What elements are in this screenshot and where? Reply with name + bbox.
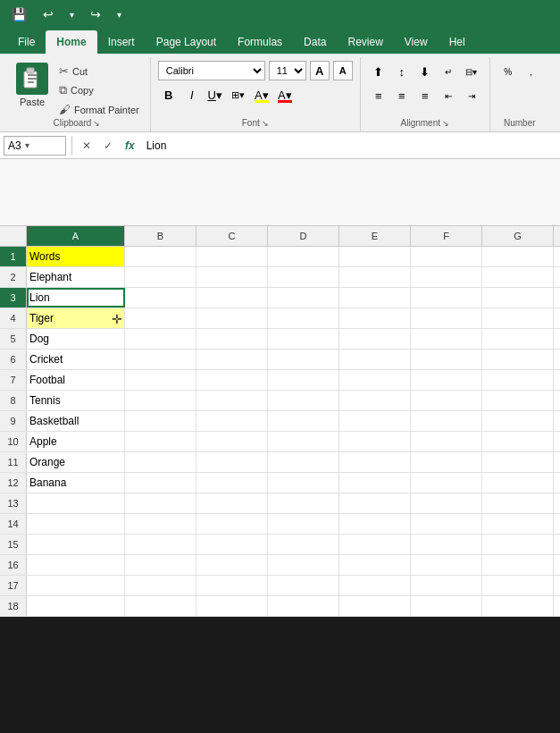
cell-g16[interactable] — [482, 555, 554, 575]
tab-review[interactable]: Review — [337, 30, 393, 54]
cell-g7[interactable] — [482, 370, 554, 390]
row-number-11[interactable]: 11 — [0, 452, 27, 472]
cell-b7[interactable] — [125, 370, 196, 390]
cell-f16[interactable] — [411, 555, 482, 575]
cell-e1[interactable] — [339, 247, 411, 266]
cell-d12[interactable] — [268, 473, 339, 493]
row-number-12[interactable]: 12 — [0, 473, 27, 493]
align-right-button[interactable]: ≡ — [414, 85, 436, 106]
cell-f2[interactable] — [411, 267, 482, 287]
row-number-6[interactable]: 6 — [0, 350, 27, 369]
cell-c14[interactable] — [196, 514, 268, 534]
cell-e3[interactable] — [339, 288, 411, 308]
font-color-button[interactable]: A▾ — [274, 84, 296, 105]
cell-c16[interactable] — [196, 555, 268, 575]
cell-f11[interactable] — [411, 452, 482, 472]
copy-button[interactable]: ⧉ Copy — [55, 81, 143, 99]
row-number-1[interactable]: 1 — [0, 247, 27, 266]
cell-b8[interactable] — [125, 391, 196, 410]
format-painter-button[interactable]: 🖌 Format Painter — [55, 101, 143, 118]
cell-d4[interactable] — [268, 308, 339, 328]
cell-a4[interactable]: Tiger ✛ — [27, 308, 125, 328]
col-header-a[interactable]: A — [27, 226, 125, 246]
cell-d3[interactable] — [268, 288, 339, 308]
cell-b17[interactable] — [125, 576, 196, 595]
cell-b1[interactable] — [125, 247, 196, 266]
merge-button[interactable]: ⊟▾ — [461, 61, 482, 82]
font-size-select[interactable]: 11 — [269, 61, 306, 80]
cell-c17[interactable] — [196, 576, 268, 595]
cell-b6[interactable] — [125, 350, 196, 369]
cell-f12[interactable] — [411, 473, 482, 493]
cell-f1[interactable] — [411, 247, 482, 266]
row-number-9[interactable]: 9 — [0, 411, 27, 431]
cell-f17[interactable] — [411, 576, 482, 595]
cell-d2[interactable] — [268, 267, 339, 287]
redo-icon[interactable]: ↪ — [86, 5, 105, 23]
cell-a13[interactable] — [27, 493, 125, 513]
cell-a17[interactable] — [27, 576, 125, 595]
cell-c2[interactable] — [196, 267, 268, 287]
cell-a5[interactable]: Dog — [27, 329, 125, 349]
cell-d17[interactable] — [268, 576, 339, 595]
cell-a15[interactable] — [27, 535, 125, 554]
cell-b3[interactable] — [125, 288, 196, 308]
cell-b10[interactable] — [125, 432, 196, 451]
cell-f15[interactable] — [411, 535, 482, 554]
row-number-3[interactable]: 3 — [0, 288, 27, 308]
cell-e8[interactable] — [339, 391, 411, 410]
cell-a12[interactable]: Banana — [27, 473, 125, 493]
cell-a9[interactable]: Basketball — [27, 411, 125, 431]
align-bottom-button[interactable]: ⬇ — [414, 61, 436, 82]
cell-f14[interactable] — [411, 514, 482, 534]
formula-input[interactable] — [143, 136, 556, 156]
row-number-2[interactable]: 2 — [0, 267, 27, 287]
cell-b12[interactable] — [125, 473, 196, 493]
cell-g9[interactable] — [482, 411, 554, 431]
comma-button[interactable]: , — [521, 61, 542, 82]
cell-d9[interactable] — [268, 411, 339, 431]
cell-g13[interactable] — [482, 493, 554, 513]
row-number-4[interactable]: 4 — [0, 308, 27, 328]
align-left-button[interactable]: ≡ — [368, 85, 389, 106]
cell-b14[interactable] — [125, 514, 196, 534]
row-number-7[interactable]: 7 — [0, 370, 27, 390]
cell-e14[interactable] — [339, 514, 411, 534]
cell-f6[interactable] — [411, 350, 482, 369]
cancel-formula-button[interactable]: ✕ — [78, 138, 96, 154]
tab-formulas[interactable]: Formulas — [227, 30, 293, 54]
cell-f5[interactable] — [411, 329, 482, 349]
cell-reference-box[interactable]: A3 ▾ — [4, 136, 66, 156]
cell-f8[interactable] — [411, 391, 482, 410]
cell-b18[interactable] — [125, 596, 196, 616]
cell-g8[interactable] — [482, 391, 554, 410]
cell-a10[interactable]: Apple — [27, 432, 125, 451]
cell-c11[interactable] — [196, 452, 268, 472]
cell-d1[interactable] — [268, 247, 339, 266]
number-format-button[interactable]: % — [497, 61, 519, 82]
cell-a3[interactable]: Lion — [27, 288, 125, 308]
col-header-c[interactable]: C — [196, 226, 268, 246]
cell-e17[interactable] — [339, 576, 411, 595]
cell-g6[interactable] — [482, 350, 554, 369]
cell-f7[interactable] — [411, 370, 482, 390]
row-number-13[interactable]: 13 — [0, 493, 27, 513]
cell-c1[interactable] — [196, 247, 268, 266]
underline-button[interactable]: U▾ — [205, 84, 226, 105]
cell-g2[interactable] — [482, 267, 554, 287]
cell-g4[interactable] — [482, 308, 554, 328]
cell-e12[interactable] — [339, 473, 411, 493]
cell-f10[interactable] — [411, 432, 482, 451]
cell-a8[interactable]: Tennis — [27, 391, 125, 410]
cell-c12[interactable] — [196, 473, 268, 493]
font-family-select[interactable]: Calibri — [158, 61, 265, 80]
cell-c4[interactable] — [196, 308, 268, 328]
cell-a6[interactable]: Cricket — [27, 350, 125, 369]
cell-a2[interactable]: Elephant — [27, 267, 125, 287]
cell-e7[interactable] — [339, 370, 411, 390]
row-number-8[interactable]: 8 — [0, 391, 27, 410]
cell-c7[interactable] — [196, 370, 268, 390]
font-expand-icon[interactable]: ↘ — [262, 119, 269, 128]
cell-f9[interactable] — [411, 411, 482, 431]
increase-indent-button[interactable]: ⇥ — [461, 85, 482, 106]
